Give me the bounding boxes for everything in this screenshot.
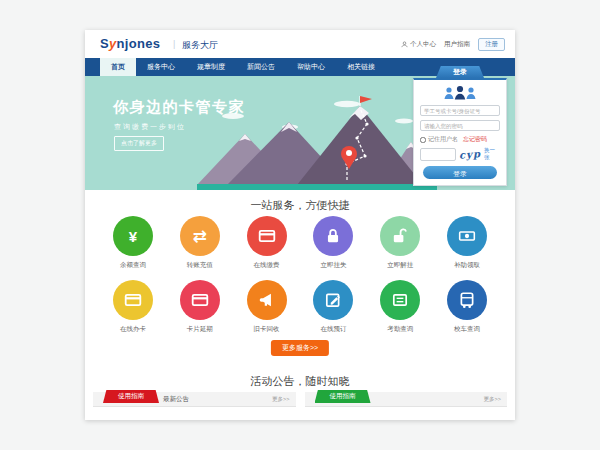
- service-circle[interactable]: ¥: [113, 216, 153, 256]
- forgot-password-link[interactable]: 忘记密码: [463, 135, 487, 144]
- service-label: 校车查询: [454, 325, 480, 334]
- remember-label: 记住用户名: [428, 135, 458, 144]
- services-row-1: ¥ 余额查询 ⇄ 转账充值 在线缴费 立即挂失 立即解挂: [85, 216, 515, 270]
- personal-center-label: 个人中心: [410, 40, 436, 49]
- service-label: 考勤查询: [387, 325, 413, 334]
- login-button[interactable]: 登录: [423, 166, 497, 179]
- service-circle[interactable]: [447, 216, 487, 256]
- banknote-icon: [458, 227, 476, 245]
- service-circle[interactable]: [247, 216, 287, 256]
- panel-header: 使用指南 更多>>: [305, 392, 508, 407]
- service-label: 补助领取: [454, 261, 480, 270]
- user-guide-label: 用户指南: [444, 40, 470, 49]
- lock-icon: [324, 227, 342, 245]
- service-subsidy[interactable]: 补助领取: [441, 216, 493, 270]
- service-cancel-loss[interactable]: 立即解挂: [374, 216, 426, 270]
- header: Synjones | 服务大厅 个人中心 用户指南 注册: [85, 30, 515, 58]
- logo-divider: |: [173, 39, 175, 49]
- service-school-bus[interactable]: 校车查询: [441, 280, 493, 334]
- clouds: [222, 101, 413, 130]
- captcha-refresh-link[interactable]: 换一张: [484, 147, 500, 161]
- topbar-right: 个人中心 用户指南 注册: [401, 38, 505, 51]
- service-circle[interactable]: [447, 280, 487, 320]
- service-label: 在线办卡: [120, 325, 146, 334]
- more-services-button[interactable]: 更多服务>>: [271, 340, 329, 356]
- card-icon: [258, 227, 276, 245]
- nav-item-home[interactable]: 首页: [100, 58, 136, 76]
- logo-text-rest: njones: [117, 36, 161, 51]
- service-label: 卡片延期: [187, 325, 213, 334]
- service-online-payment[interactable]: 在线缴费: [241, 216, 293, 270]
- attendance-icon: [391, 291, 409, 309]
- service-apply-card[interactable]: 在线办卡: [107, 280, 159, 334]
- nav-item-service-center[interactable]: 服务中心: [136, 58, 186, 76]
- service-label: 在线预订: [320, 325, 346, 334]
- remember-row: 记住用户名 忘记密码: [420, 135, 500, 144]
- service-circle[interactable]: [180, 280, 220, 320]
- service-label: 在线缴费: [254, 261, 280, 270]
- service-circle[interactable]: [113, 280, 153, 320]
- register-button[interactable]: 注册: [478, 38, 505, 51]
- nav-item-news[interactable]: 新闻公告: [236, 58, 286, 76]
- guide-panel-left: 使用指南 最新公告 更多>>: [93, 392, 296, 407]
- service-label: 旧卡回收: [254, 325, 280, 334]
- site-subtitle: 服务大厅: [182, 39, 218, 52]
- logo-text: S: [100, 36, 109, 51]
- tab-latest-news[interactable]: 最新公告: [163, 395, 189, 404]
- services-title: 一站服务，方便快捷: [85, 198, 515, 213]
- personal-center-link[interactable]: 个人中心: [401, 40, 436, 49]
- megaphone-icon: [258, 291, 276, 309]
- user-guide-link[interactable]: 用户指南: [444, 40, 470, 49]
- service-attendance[interactable]: 考勤查询: [374, 280, 426, 334]
- ribbon-tab-guide[interactable]: 使用指南: [315, 390, 371, 403]
- login-tab[interactable]: 登录: [436, 66, 484, 78]
- service-circle[interactable]: [247, 280, 287, 320]
- hero-subtitle: 查询缴费一步到位: [114, 122, 186, 132]
- user-icon: [401, 41, 408, 48]
- grass-strip: [197, 184, 437, 190]
- logo-y-mark: y: [109, 36, 117, 51]
- ribbon-tab-guide[interactable]: 使用指南: [103, 390, 159, 403]
- username-input[interactable]: [420, 105, 500, 116]
- nav-item-rules[interactable]: 规章制度: [186, 58, 236, 76]
- guide-panel-right: 使用指南 更多>>: [305, 392, 508, 407]
- service-card-renewal[interactable]: 卡片延期: [174, 280, 226, 334]
- card-icon: [124, 291, 142, 309]
- service-circle[interactable]: [313, 280, 353, 320]
- login-panel: 登录 记住用户名 忘记密码 cyp 换一张 登录: [413, 66, 507, 186]
- captcha-input[interactable]: [420, 148, 456, 161]
- hero-cta-button[interactable]: 点击了解更多: [114, 136, 164, 151]
- unlock-icon: [391, 227, 409, 245]
- service-circle[interactable]: [380, 216, 420, 256]
- service-card-recycle[interactable]: 旧卡回收: [241, 280, 293, 334]
- service-report-loss[interactable]: 立即挂失: [307, 216, 359, 270]
- captcha-row: cyp 换一张: [420, 147, 500, 161]
- brand-logo[interactable]: Synjones: [100, 36, 160, 51]
- more-link[interactable]: 更多>>: [484, 396, 501, 403]
- announcement-panels: 使用指南 最新公告 更多>> 使用指南 更多>>: [85, 392, 515, 407]
- services-row-2: 在线办卡 卡片延期 旧卡回收 在线预订 考勤查询: [85, 280, 515, 334]
- card-icon: [191, 291, 209, 309]
- service-transfer[interactable]: ⇄ 转账充值: [174, 216, 226, 270]
- yen-icon: ¥: [129, 229, 137, 244]
- nav-item-links[interactable]: 相关链接: [336, 58, 386, 76]
- nav-item-help-center[interactable]: 帮助中心: [286, 58, 336, 76]
- remember-checkbox[interactable]: [420, 137, 426, 143]
- service-label: 立即解挂: [387, 261, 413, 270]
- announcements-title: 活动公告，随时知晓: [85, 374, 515, 389]
- flag-icon: [360, 96, 372, 103]
- service-balance[interactable]: ¥ 余额查询: [107, 216, 159, 270]
- site-page: Synjones | 服务大厅 个人中心 用户指南 注册 首页 服务中心 规章制…: [85, 30, 515, 420]
- service-label: 立即挂失: [320, 261, 346, 270]
- service-online-booking[interactable]: 在线预订: [307, 280, 359, 334]
- mountain-illustration: [197, 94, 437, 190]
- panel-header: 使用指南 最新公告 更多>>: [93, 392, 296, 407]
- password-input[interactable]: [420, 120, 500, 131]
- login-card: 记住用户名 忘记密码 cyp 换一张 登录: [413, 78, 507, 186]
- service-circle[interactable]: ⇄: [180, 216, 220, 256]
- captcha-image[interactable]: cyp: [459, 148, 482, 161]
- service-circle[interactable]: [380, 280, 420, 320]
- service-label: 转账充值: [187, 261, 213, 270]
- service-circle[interactable]: [313, 216, 353, 256]
- more-link[interactable]: 更多>>: [272, 396, 289, 403]
